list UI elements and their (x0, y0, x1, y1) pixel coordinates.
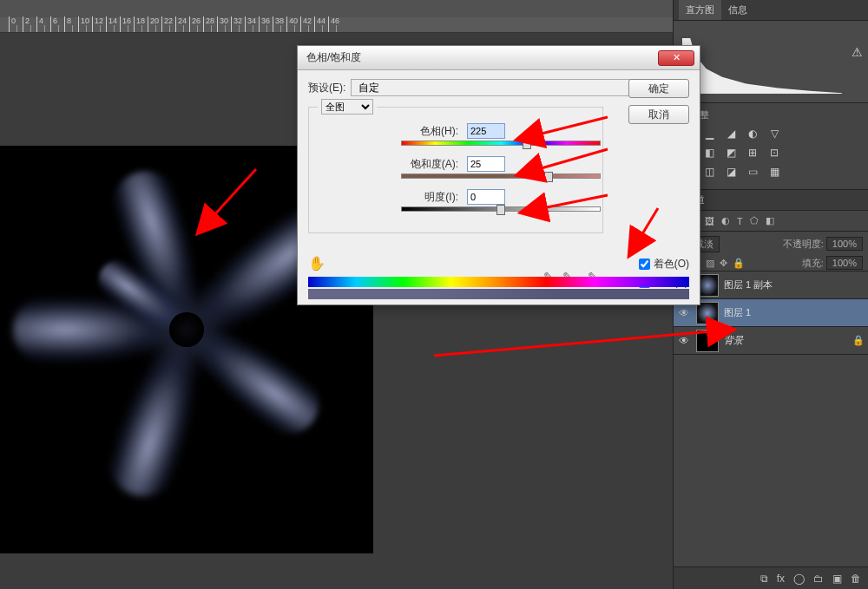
link-layers-icon[interactable]: ⧉ (760, 573, 768, 585)
adj-vibrance-icon[interactable]: ▽ (767, 127, 781, 141)
adj-curves-icon[interactable]: ◢ (724, 127, 738, 141)
visibility-toggle[interactable]: 👁 (677, 335, 691, 347)
filter-adj-icon[interactable]: ◐ (721, 215, 730, 226)
close-button[interactable]: ✕ (658, 50, 694, 66)
adjustments-title: 加调整 (681, 108, 861, 121)
new-layer-icon[interactable]: ▣ (832, 573, 842, 585)
visibility-toggle[interactable]: 👁 (677, 307, 691, 319)
range-select[interactable]: 全图 (321, 99, 373, 115)
mask-icon[interactable]: ◯ (793, 573, 805, 585)
hand-tool-icon[interactable]: ✋ (308, 255, 326, 272)
warning-icon[interactable]: ⚠ (852, 45, 863, 59)
hue-saturation-dialog[interactable]: 色相/饱和度 ✕ 预设(E): 自定 ☰ 全图 色相(H): 饱和度(A): 明… (297, 45, 700, 305)
filter-pixel-icon[interactable]: 🖼 (705, 216, 714, 226)
delete-layer-icon[interactable]: 🗑 (851, 573, 861, 585)
dialog-title: 色相/饱和度 (306, 50, 361, 65)
saturation-label: 饱和度(A): (319, 157, 458, 172)
lock-position-icon[interactable]: ✥ (720, 258, 727, 269)
group-icon[interactable]: 🗀 (813, 573, 824, 585)
fill-value[interactable]: 100% (826, 256, 863, 270)
adj-exposure-icon[interactable]: ◐ (746, 127, 760, 141)
layer-name[interactable]: 图层 1 副本 (724, 278, 865, 291)
cancel-button[interactable]: 取消 (628, 105, 689, 124)
tab-histogram[interactable]: 直方图 (679, 0, 721, 20)
layers-filter: 类型 🖼 ◐ T ⬠ ◧ (674, 211, 868, 232)
histogram-plot (682, 38, 842, 94)
adjustments-panel: 加调整 ☀ ▁ ◢ ◐ ▽ ▤ ◧ ◩ ⊞ ⊡ ◨ ◫ ◪ ▭ ▦ (674, 103, 868, 190)
lightness-input[interactable] (467, 189, 505, 205)
adj-select-icon[interactable]: ▦ (767, 165, 781, 179)
adj-thresh-icon[interactable]: ◪ (724, 165, 738, 179)
tab-info[interactable]: 信息 (721, 0, 754, 20)
adj-photo-icon[interactable]: ◩ (724, 146, 738, 160)
colorize-checkbox[interactable]: 着色(O) (639, 257, 689, 272)
right-panel: 直方图 信息 ⚠ 加调整 ☀ ▁ ◢ ◐ ▽ ▤ ◧ ◩ ⊞ ⊡ ◨ ◫ ◪ ▭… (673, 0, 868, 589)
hue-slider[interactable] (401, 141, 601, 149)
lock-icon: 🔒 (852, 335, 865, 346)
hue-input[interactable] (467, 123, 505, 139)
filter-shape-icon[interactable]: ⬠ (750, 215, 759, 226)
lock-pixels-icon[interactable]: ▨ (706, 258, 714, 269)
histogram-panel: ⚠ (674, 21, 868, 103)
color-spectrum-top (308, 277, 689, 287)
layer-thumb[interactable] (696, 330, 719, 352)
lock-all-icon[interactable]: 🔒 (733, 258, 745, 269)
layers-options: 色减淡 不透明度: 100% 锁定: ▨ ✥ 🔒 填充: 100% (674, 232, 868, 272)
dialog-titlebar[interactable]: 色相/饱和度 ✕ (298, 46, 700, 70)
preset-select[interactable]: 自定 (351, 79, 674, 96)
layer-item[interactable]: 图层 1 副本 (674, 272, 868, 299)
hue-label: 色相(H): (319, 124, 458, 139)
filter-type-icon[interactable]: T (737, 216, 743, 226)
layer-item[interactable]: 👁 背景 🔒 (674, 327, 868, 355)
layers-tabs: 通道 (674, 190, 868, 211)
adj-lookup-icon[interactable]: ⊡ (767, 146, 781, 160)
slider-group: 全图 色相(H): 饱和度(A): 明度(I): (308, 107, 603, 233)
layer-list: 图层 1 副本 👁 图层 1 👁 背景 🔒 (674, 272, 868, 355)
layers-footer: ⧉ fx ◯ 🗀 ▣ 🗑 (674, 566, 868, 589)
color-spectrum-bottom (308, 289, 689, 299)
adj-grad-icon[interactable]: ▭ (746, 165, 760, 179)
adj-bw-icon[interactable]: ◧ (702, 146, 716, 160)
swirl-art (30, 173, 343, 486)
layer-name[interactable]: 图层 1 (724, 306, 865, 319)
adj-mixer-icon[interactable]: ⊞ (746, 146, 760, 160)
adj-poster-icon[interactable]: ◫ (702, 165, 716, 179)
preset-label: 预设(E): (308, 81, 345, 95)
filter-smart-icon[interactable]: ◧ (766, 215, 774, 226)
lightness-slider[interactable] (401, 206, 601, 215)
saturation-slider[interactable] (401, 173, 601, 182)
histogram-tabs: 直方图 信息 (674, 0, 868, 21)
fx-icon[interactable]: fx (777, 573, 785, 585)
opacity-label: 不透明度: (783, 239, 824, 249)
fill-label: 填充: (802, 258, 824, 268)
adj-levels-icon[interactable]: ▁ (702, 127, 716, 141)
ok-button[interactable]: 确定 (628, 79, 689, 98)
opacity-value[interactable]: 100% (826, 237, 863, 251)
layer-name[interactable]: 背景 (724, 334, 847, 347)
saturation-input[interactable] (467, 156, 505, 172)
lightness-label: 明度(I): (319, 190, 458, 205)
ruler: 0246810121416182022242628303234363840424… (0, 17, 673, 33)
layer-item[interactable]: 👁 图层 1 (674, 299, 868, 327)
